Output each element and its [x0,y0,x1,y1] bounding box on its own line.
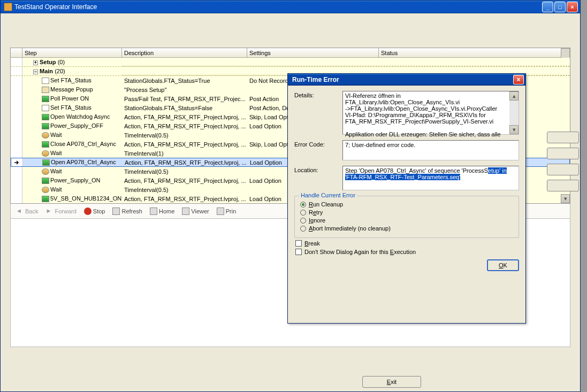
step-icon [42,114,49,120]
details-field[interactable]: VI-Referenz öffnen in FTA_Library.lvlib:… [342,91,519,135]
close-button[interactable]: × [567,2,578,12]
col-status[interactable]: Status [379,48,570,57]
step-icon [42,132,49,139]
step-icon [42,187,49,193]
details-label: Details: [294,91,339,98]
step-icon [42,123,49,129]
viewer-icon [182,207,189,215]
step-icon [42,168,49,175]
ok-button[interactable]: OK [487,259,519,271]
grid-header: Step Description Settings Status ▴ [11,48,570,58]
handle-error-title: Handle Current Error [299,192,357,198]
checkbox-icon [295,249,302,255]
app-icon [4,3,12,11]
main-title: TestStand Operator Interface [14,3,542,11]
col-settings[interactable]: Settings [247,48,379,57]
radio-abort[interactable]: Abort Immediately (no cleanup) [300,225,513,232]
location-field[interactable]: Step 'Open AP078_Ctrl_Async' of sequence… [342,166,519,190]
home-button[interactable]: Home [147,206,178,216]
radio-run-cleanup[interactable]: Run Cleanup [300,201,513,207]
step-icon [42,178,49,184]
side-button-2[interactable] [547,148,579,159]
dialog-close-button[interactable]: × [513,75,524,84]
check-dontshow[interactable]: Don't Show Dialog Again for this Executi… [295,249,519,255]
step-icon [42,141,49,148]
step-icon [42,96,49,102]
handle-error-group: Handle Current Error Run Cleanup Retry I… [294,196,519,238]
refresh-icon [112,207,120,215]
viewer-button[interactable]: Viewer [179,206,212,216]
exit-button[interactable]: Exit [362,376,421,388]
print-icon [217,207,224,215]
step-icon [42,105,49,111]
dialog-title: Run-Time Error [292,76,513,83]
radio-icon [300,202,306,207]
side-button-3[interactable] [547,164,579,175]
side-button-1[interactable] [547,132,579,143]
stop-button[interactable]: Stop [81,206,109,216]
scroll-down-button[interactable]: ▾ [561,194,570,203]
location-label: Location: [294,166,339,173]
radio-ignore[interactable]: Ignore [300,217,513,224]
details-scroll-up[interactable]: ▴ [509,91,519,101]
radio-icon [300,226,306,232]
col-description[interactable]: Description [122,48,247,57]
forward-button[interactable]: ►Forward [42,206,79,216]
check-break[interactable]: Break [295,240,519,247]
maximize-button[interactable]: □ [554,2,566,12]
print-button[interactable]: Prin [214,206,240,216]
checkbox-icon [295,240,302,247]
main-titlebar[interactable]: TestStand Operator Interface _ □ × [1,1,580,13]
home-icon [150,207,157,215]
stop-icon [84,207,92,215]
minimize-button[interactable]: _ [542,2,553,12]
back-icon: ◄ [16,207,24,215]
step-icon [42,87,49,93]
col-step[interactable]: Step [22,48,122,57]
errorcode-field[interactable]: 7; User-defined error code. [342,140,519,160]
side-button-4[interactable] [547,180,579,191]
step-icon [42,159,50,166]
step-icon [42,196,49,202]
step-icon [42,150,49,157]
radio-retry[interactable]: Retry [300,209,513,216]
back-button[interactable]: ◄Back [13,206,41,216]
details-scroll-down[interactable]: ▾ [509,125,519,134]
errorcode-label: Error Code: [294,140,339,148]
dialog-titlebar[interactable]: Run-Time Error × [288,74,525,86]
step-icon [42,78,49,84]
radio-icon [300,218,306,224]
forward-icon: ► [45,207,53,215]
group-row[interactable]: +Setup (0) [11,58,570,67]
runtime-error-dialog: Run-Time Error × Details: VI-Referenz öf… [287,73,526,324]
radio-icon [300,210,306,216]
refresh-button[interactable]: Refresh [109,206,146,216]
